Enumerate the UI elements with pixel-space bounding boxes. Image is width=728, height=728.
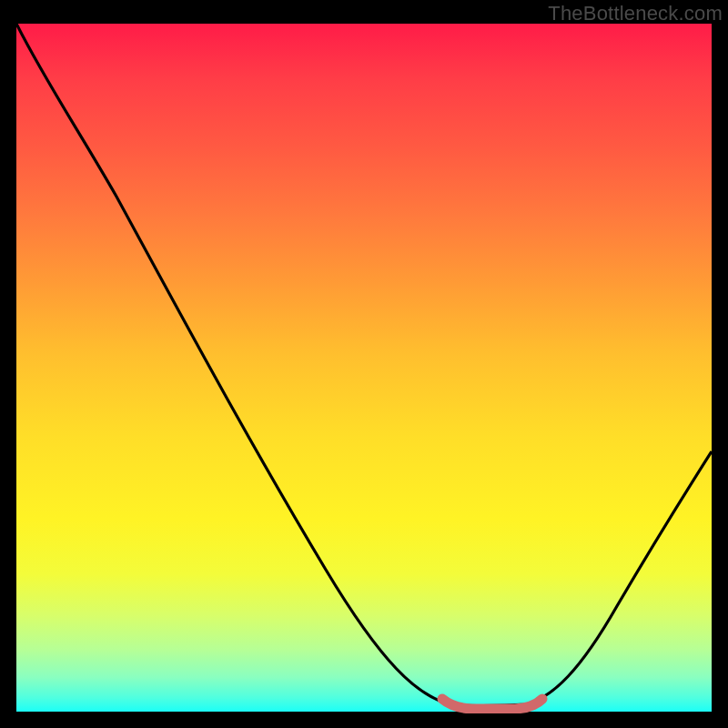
bottleneck-curve-path [16, 24, 712, 706]
chart-frame [16, 24, 712, 713]
chart-svg [16, 24, 712, 713]
bottleneck-minimum-band-path [442, 699, 542, 709]
watermark-text: TheBottleneck.com [548, 2, 723, 25]
